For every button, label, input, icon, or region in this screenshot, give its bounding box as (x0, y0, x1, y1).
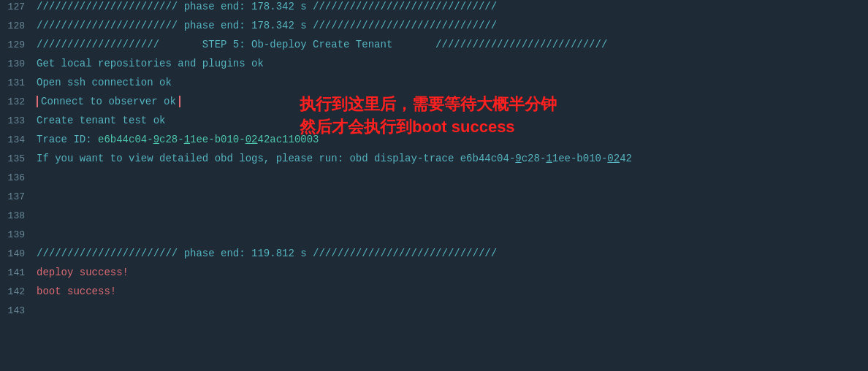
line-number: 130 (0, 58, 37, 69)
line-number: 133 (0, 115, 37, 126)
line-content: If you want to view detailed obd logs, p… (37, 153, 868, 164)
line-number: 135 (0, 153, 37, 164)
line-content: Open ssh connection ok (37, 77, 868, 88)
line-number: 143 (0, 305, 37, 316)
boot-success-text: boot success! (37, 286, 868, 297)
terminal-window: 127 /////////////////////// phase end: 1… (0, 0, 868, 371)
line-content (37, 172, 868, 183)
terminal-line: 131 Open ssh connection ok (0, 76, 868, 95)
line-content: Trace ID: e6b44c04-9c28-11ee-b010-0242ac… (37, 134, 868, 145)
terminal-line: 130 Get local repositories and plugins o… (0, 57, 868, 76)
line-content (37, 229, 868, 240)
line-content: Get local repositories and plugins ok (37, 58, 868, 69)
line-number: 132 (0, 96, 37, 107)
line-number: 128 (0, 20, 37, 31)
step-header: //////////////////// STEP 5: Ob-deploy C… (37, 39, 868, 50)
deploy-success-text: deploy success! (37, 267, 868, 278)
line-number: 136 (0, 172, 37, 183)
line-number: 134 (0, 134, 37, 145)
terminal-line: 133 Create tenant test ok (0, 114, 868, 133)
terminal-line-empty: 137 (0, 190, 868, 209)
terminal-line-boot-success: 142 boot success! (0, 285, 868, 304)
terminal-line: 128 /////////////////////// phase end: 1… (0, 19, 868, 38)
line-content: /////////////////////// phase end: 178.3… (37, 1, 868, 12)
line-number: 141 (0, 267, 37, 278)
terminal-line-deploy-success: 141 deploy success! (0, 266, 868, 285)
trace-id-value: e6b44c04-9c28-11ee-b010-0242ac110003 (98, 134, 319, 145)
line-number: 131 (0, 77, 37, 88)
line-number: 137 (0, 191, 37, 202)
line-content (37, 191, 868, 202)
terminal-line-empty: 138 (0, 209, 868, 228)
terminal-line: 127 /////////////////////// phase end: 1… (0, 0, 868, 19)
line-number: 139 (0, 229, 37, 240)
terminal-line-empty: 143 (0, 304, 868, 323)
terminal-line-highlighted: 132 Connect to observer ok (0, 95, 868, 114)
connect-observer-text: Connect to observer ok (37, 96, 180, 107)
line-number: 127 (0, 1, 37, 12)
terminal-line-empty: 136 (0, 171, 868, 190)
line-number: 142 (0, 286, 37, 297)
line-number: 129 (0, 39, 37, 50)
line-content: /////////////////////// phase end: 178.3… (37, 20, 868, 31)
line-content (37, 305, 868, 316)
line-content (37, 210, 868, 221)
trace-label: Trace ID: (37, 134, 98, 145)
line-number: 140 (0, 248, 37, 259)
line-content: Connect to observer ok (37, 96, 868, 107)
terminal-line-info: 135 If you want to view detailed obd log… (0, 152, 868, 171)
terminal-line-empty: 139 (0, 228, 868, 247)
line-number: 138 (0, 210, 37, 221)
line-content: /////////////////////// phase end: 119.8… (37, 248, 868, 259)
terminal-line-trace: 134 Trace ID: e6b44c04-9c28-11ee-b010-02… (0, 133, 868, 152)
line-content: Create tenant test ok (37, 115, 868, 126)
terminal-line-step: 129 //////////////////// STEP 5: Ob-depl… (0, 38, 868, 57)
terminal-line-phase: 140 /////////////////////// phase end: 1… (0, 247, 868, 266)
